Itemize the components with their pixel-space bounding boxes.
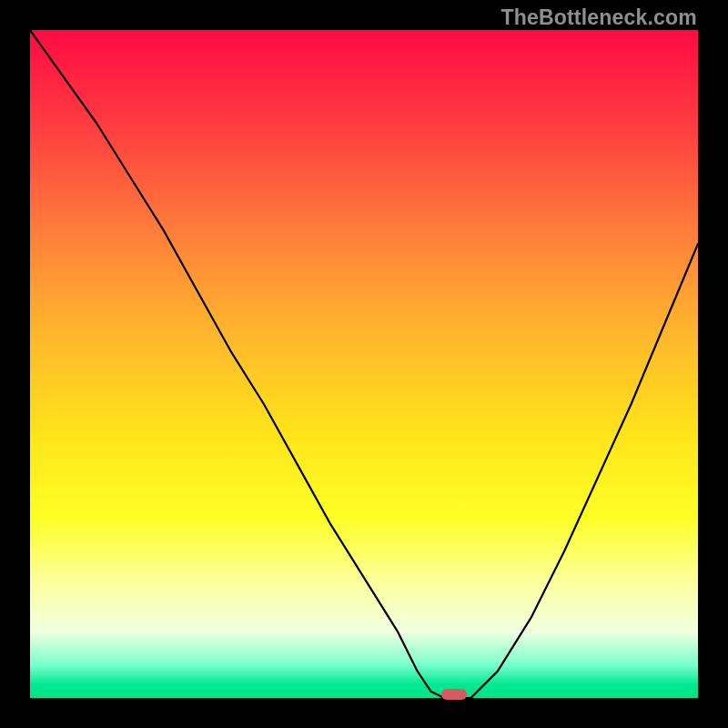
watermark-text: TheBottleneck.com [500, 5, 697, 30]
chart-container: TheBottleneck.com [0, 0, 728, 728]
chart-curve [30, 30, 698, 698]
bottleneck-marker [441, 689, 467, 700]
